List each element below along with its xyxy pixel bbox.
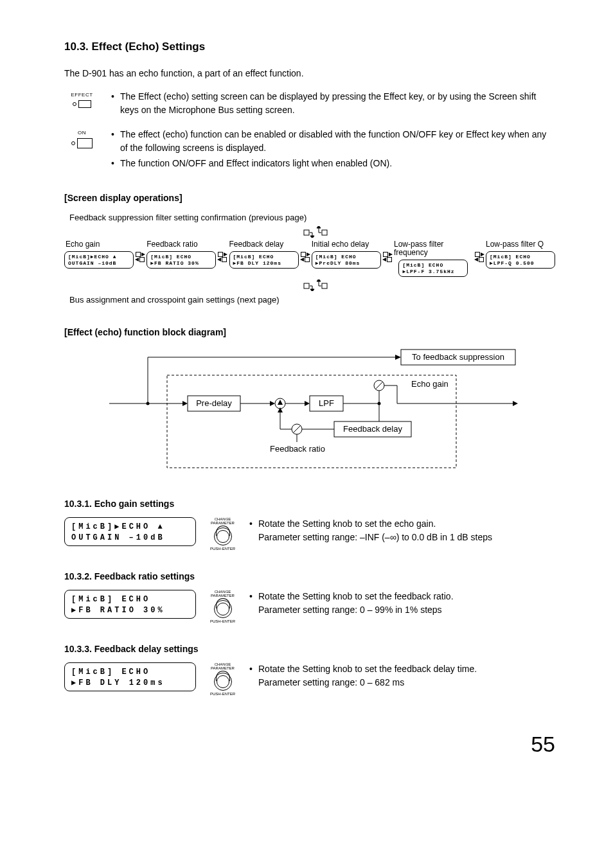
svg-marker-3 [310,236,314,238]
on-key-icon: ON [64,129,100,148]
shift-arrows-icon [216,252,229,262]
lcd-screen: [MicB] ECHO ▶FB DLY 120ms [64,662,196,692]
page-number: 55 [64,728,555,761]
lcd-screen: [MicB] ECHO ▶FB RATIO 30% [64,590,196,619]
svg-marker-11 [310,289,314,291]
shift-arrows-icon [299,252,312,262]
lcd-screen: [MicB]▶ECHO ▲OUTGAIN –10dB [64,251,134,269]
vertical-shift-arrows-icon [77,226,555,238]
bullet-text: The function ON/OFF and Effect indicator… [120,157,555,170]
setting-desc: Rotate the Setting knob to set the feedb… [258,664,477,674]
svg-text:Pre-delay: Pre-delay [196,398,232,408]
setting-range: Parameter setting range: 0 – 99% in 1% s… [258,605,442,615]
svg-marker-25 [182,401,188,406]
subheading-echo-gain: 10.3.1. Echo gain settings [64,497,555,511]
screen-flow-row: Echo gain [MicB]▶ECHO ▲OUTGAIN –10dB Fee… [64,240,555,277]
subheading-screen-ops: [Screen display operations] [64,191,555,205]
subheading-fb-delay: 10.3.3. Feedback delay settings [64,642,555,656]
svg-text:Feedback delay: Feedback delay [343,424,402,434]
next-page-note: Bus assignment and crosspoint gain setti… [69,294,555,306]
block-diagram: To feedback suppression Pre-delay LPF Ec… [109,346,520,478]
lcd-screen: [MicB]▶ECHO ▲ OUTGAIN –10dB [64,517,196,547]
svg-marker-20 [395,355,401,360]
svg-marker-33 [305,401,310,406]
subheading-fb-ratio: 10.3.2. Feedback ratio settings [64,570,555,583]
bullet-text: The Effect (echo) setting screen can be … [120,90,555,117]
lcd-screen: [MicB] ECHO▶LPF-Q 0.500 [486,251,555,269]
shift-arrows-icon [134,252,147,262]
svg-marker-29 [270,401,275,406]
setting-knob-icon: CHANGE PARAMETER PUSH-ENTER [205,517,240,551]
lcd-screen: [MicB] ECHO▶PreDLY 80ms [312,251,381,269]
intro-text: The D-901 has an echo function, a part o… [64,67,555,80]
bullet-text: The effect (echo) function can be enable… [120,128,555,155]
svg-rect-0 [304,230,309,235]
section-title: 10.3. Effect (Echo) Settings [64,39,555,55]
setting-desc: Rotate the Setting knob to set the echo … [258,518,436,529]
setting-knob-icon: CHANGE PARAMETER PUSH-ENTER [205,590,240,623]
subheading-block-diagram: [Effect (echo) function block diagram] [64,326,555,339]
svg-rect-23 [167,375,456,468]
svg-marker-7 [317,226,321,228]
setting-range: Parameter setting range: –INF (–∞) to 0.… [258,532,492,542]
vertical-shift-arrows-icon [77,279,555,291]
svg-text:Feedback ratio: Feedback ratio [270,444,325,454]
setting-knob-icon: CHANGE PARAMETER PUSH-ENTER [205,662,240,696]
svg-rect-12 [322,283,327,288]
lcd-screen: [MicB] ECHO▶LPF-F 3.75kHz [398,260,468,277]
shift-arrows-icon [473,252,486,262]
svg-marker-45 [513,401,518,406]
setting-range: Parameter setting range: 0 – 682 ms [258,677,404,687]
svg-rect-8 [304,283,309,288]
svg-rect-4 [322,230,327,235]
shift-arrows-icon [381,252,394,262]
svg-marker-15 [317,279,321,281]
effect-key-icon: EFFECT [64,91,100,108]
lcd-screen: [MicB] ECHO▶FB RATIO 30% [147,251,216,269]
lcd-screen: [MicB] ECHO▶FB DLY 120ms [229,251,299,269]
svg-text:To feedback suppression: To feedback suppression [412,352,504,362]
svg-text:Echo gain: Echo gain [411,379,449,389]
setting-desc: Rotate the Setting knob to set the feedb… [258,591,454,601]
svg-text:LPF: LPF [319,398,334,408]
prev-page-note: Feedback suppression filter setting conf… [69,211,555,224]
